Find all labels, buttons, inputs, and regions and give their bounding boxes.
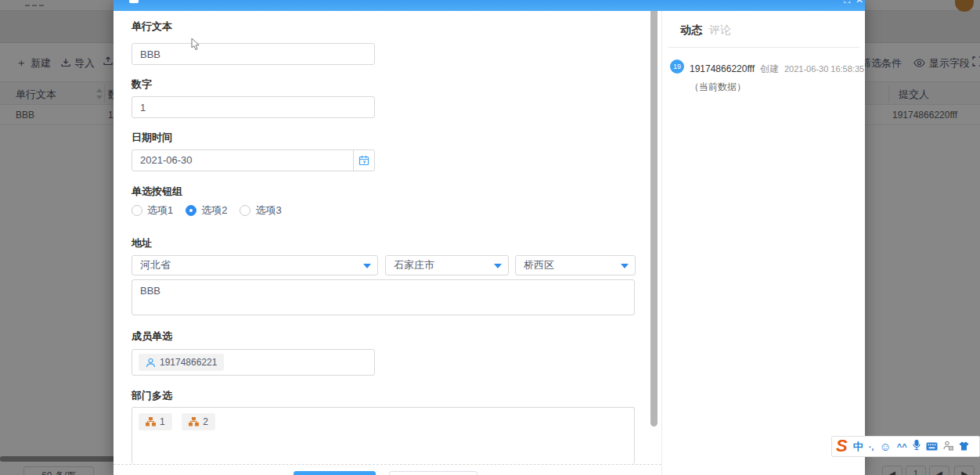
person-icon: [146, 358, 156, 368]
member-name: 19174866221: [160, 357, 217, 368]
field-label-address: 地址: [132, 236, 152, 250]
date-value: 2021-06-30: [140, 154, 193, 166]
department-tag: 2: [182, 413, 215, 430]
district-value: 桥西区: [524, 259, 554, 271]
department-tag: 1: [139, 413, 172, 430]
activity-panel: 动态 评论 19 19174866220fff创建2021-06-30 16:5…: [661, 11, 865, 475]
radio-icon: [240, 205, 250, 216]
ime-skin-icon[interactable]: [959, 440, 969, 454]
radio-option-2-selected[interactable]: 选项2: [186, 203, 227, 218]
submit-button[interactable]: [294, 471, 376, 475]
sogou-logo-icon[interactable]: S: [836, 437, 848, 455]
member-tag: 19174866221: [139, 354, 224, 371]
calendar-icon[interactable]: [353, 150, 374, 171]
activity-timestamp: 2021-06-30 16:58:35: [784, 64, 864, 74]
tab-activity[interactable]: 动态: [680, 23, 702, 38]
modal-header: ⛶ ✕: [113, 0, 865, 11]
screen: ＋ 新建 导入 筛选条件 显示字段: [0, 0, 980, 475]
date-input[interactable]: 2021-06-30: [132, 149, 375, 171]
activity-user: 19174866220fff: [690, 63, 755, 74]
close-icon[interactable]: ✕: [856, 0, 863, 5]
field-label-datetime: 日期时间: [132, 131, 172, 145]
department-name: 1: [160, 416, 165, 427]
chevron-down-icon: [363, 264, 371, 268]
expand-icon[interactable]: ⛶: [844, 0, 850, 5]
department-name: 2: [203, 416, 208, 427]
ime-mode-chinese-icon[interactable]: 中: [853, 440, 863, 454]
province-select[interactable]: 河北省: [132, 255, 378, 275]
cancel-button[interactable]: [389, 471, 477, 475]
panel-divider: [668, 47, 859, 48]
field-label-text: 单行文本: [132, 20, 172, 34]
tab-comments[interactable]: 评论: [709, 23, 731, 38]
ime-toolbar: S 中 ·, ☺ ^^: [831, 436, 980, 457]
number-input[interactable]: [132, 96, 375, 118]
chevron-down-icon: [621, 264, 629, 268]
department-picker[interactable]: 1 2: [132, 407, 635, 464]
province-value: 河北省: [140, 259, 171, 271]
single-line-text-input[interactable]: [132, 43, 375, 65]
ime-handwriting-icon[interactable]: [943, 440, 953, 454]
radio-group: 选项1 选项2 选项3: [132, 203, 294, 218]
ime-emoji-icon[interactable]: ☺: [879, 440, 891, 453]
address-detail-textarea[interactable]: BBB: [132, 279, 635, 315]
chevron-down-icon: [494, 264, 502, 268]
field-label-radio-group: 单选按钮组: [132, 185, 182, 199]
radio-option-3[interactable]: 选项3: [240, 203, 281, 218]
radio-label: 选项3: [255, 203, 281, 218]
member-picker[interactable]: 19174866221: [132, 349, 375, 376]
radio-label: 选项2: [201, 203, 227, 218]
field-label-departments: 部门多选: [132, 389, 172, 403]
field-label-number: 数字: [132, 77, 152, 92]
mouse-cursor: [191, 38, 200, 51]
radio-option-1[interactable]: 选项1: [132, 203, 173, 218]
org-chart-icon: [189, 417, 199, 426]
org-chart-icon: [146, 417, 156, 426]
city-value: 石家庄市: [394, 259, 434, 271]
radio-icon: [132, 205, 142, 216]
activity-note: （当前数据）: [690, 81, 746, 94]
ime-microphone-icon[interactable]: [913, 440, 921, 454]
field-label-member: 成员单选: [132, 329, 172, 344]
radio-checked-icon: [186, 205, 196, 216]
modal-scrollbar-thumb[interactable]: [650, 11, 658, 426]
ime-emoticon-icon[interactable]: ^^: [897, 442, 907, 452]
activity-line: 19174866220fff创建2021-06-30 16:58:35: [690, 63, 864, 76]
record-detail-modal: ⛶ ✕ 单行文本 数字 日期时间 2021-06-30 单选按钮组 选项1 选项…: [113, 0, 865, 475]
modal-title-fragment: [129, 0, 139, 3]
city-select[interactable]: 石家庄市: [385, 255, 509, 275]
district-select[interactable]: 桥西区: [515, 255, 636, 275]
radio-label: 选项1: [147, 203, 173, 218]
ime-keyboard-icon[interactable]: [926, 440, 938, 454]
activity-action: 创建: [760, 63, 779, 74]
footer-divider: [113, 464, 661, 465]
activity-avatar: 19: [670, 59, 684, 74]
ime-punctuation-icon[interactable]: ·,: [869, 442, 874, 452]
